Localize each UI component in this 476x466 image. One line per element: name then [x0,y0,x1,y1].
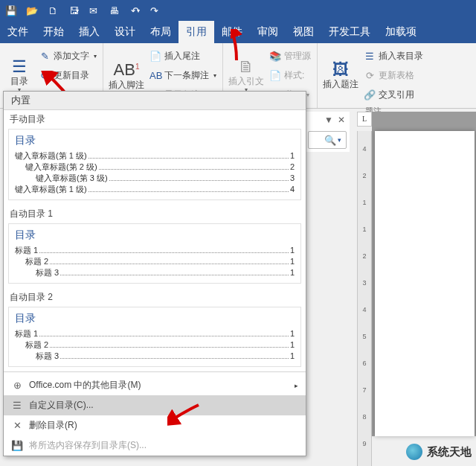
tab-视图[interactable]: 视图 [286,21,321,43]
next-footnote-icon: AB [149,70,161,81]
tab-布局[interactable]: 布局 [143,21,178,43]
divider [4,371,306,372]
cross-reference-button[interactable]: 🔗交叉引用 [362,86,425,103]
next-footnote-button[interactable]: AB下一条脚注▾ [148,67,218,83]
open-icon[interactable]: 📂 [25,4,39,17]
cross-ref-icon: 🔗 [364,89,376,100]
tab-文件[interactable]: 文件 [0,21,36,43]
tab-加载项[interactable]: 加载项 [378,21,424,43]
document-area [372,112,476,436]
nav-dropdown-icon[interactable]: ▼ [324,115,333,125]
add-text-icon: ✎ [39,51,51,62]
add-text-button[interactable]: ✎添加文字▾ [37,48,98,64]
update-icon: ⟳ [39,70,51,81]
toc-dropdown-panel: 内置 手动目录 目录键入章标题(第 1 级)1键入章标题(第 2 级)2键入章标… [3,91,306,456]
print-icon[interactable]: 🖶 [107,4,120,17]
chevron-down-icon[interactable]: ▾ [338,136,341,144]
update-table-button[interactable]: ⟳更新表格 [362,67,425,83]
preview-auto-toc-1[interactable]: 目录标题 11标题 21标题 31 [8,223,301,284]
toc-icon: ☰ [12,58,27,76]
redo-icon[interactable]: ↷ [147,4,161,17]
menu-icon: ⊕ [11,380,23,391]
chevron-down-icon[interactable]: ▾ [137,7,140,14]
tab-设计[interactable]: 设计 [107,21,143,43]
menu-item-1[interactable]: ☰自定义目录(C)... [4,395,306,415]
search-input[interactable]: 🔍 ▾ [308,131,347,149]
endnote-icon: 📄 [149,51,161,62]
preview-auto-toc-2[interactable]: 目录标题 11标题 21标题 31 [8,307,301,367]
watermark: 系统天地 [406,444,472,460]
menu-item-0[interactable]: ⊕Office.com 中的其他目录(M)▸ [4,375,306,395]
tab-引用[interactable]: 引用 [178,21,214,43]
tab-邮件[interactable]: 邮件 [214,21,250,43]
tab-审阅[interactable]: 审阅 [250,21,286,43]
tab-插入[interactable]: 插入 [71,21,107,43]
insert-caption-button[interactable]: 🖼 插入题注 [322,46,359,104]
caption-icon: 🖼 [332,61,349,79]
new-icon[interactable]: 🗋 [46,4,60,17]
menu-icon: ✕ [11,420,23,431]
insert-endnote-button[interactable]: 📄插入尾注 [148,48,218,64]
manage-sources-icon: 📚 [269,51,281,62]
save-icon[interactable]: 💾 [4,4,18,17]
globe-icon [406,444,422,460]
chevron-down-icon[interactable]: ▾ [76,7,79,14]
style-icon: 📄 [269,70,281,81]
dropdown-header: 内置 [4,92,306,110]
email-icon[interactable]: ✉ [86,4,100,17]
close-icon[interactable]: ✕ [338,115,345,125]
preview-manual-toc[interactable]: 目录键入章标题(第 1 级)1键入章标题(第 2 级)2键入章标题(第 3 级)… [8,129,301,200]
update-toc-button[interactable]: ⟳更新目录 [37,67,98,83]
ribbon-tabs: 文件开始插入设计布局引用邮件审阅视图开发工具加载项 [0,21,476,43]
search-icon: 🔍 [324,135,336,146]
tab-开始[interactable]: 开始 [36,21,71,43]
document-page[interactable] [375,131,475,436]
navigation-pane: ▼ ✕ 🔍 ▾ [305,112,350,152]
style-button[interactable]: 📄样式: [268,67,312,83]
menu-icon: ☰ [11,400,23,411]
manage-sources-button[interactable]: 📚管理源 [268,48,312,64]
ribbon-group-captions: 🖼 插入题注 ☰插入表目录 ⟳更新表格 🔗交叉引用 题注 [318,43,429,108]
menu-item-3: 💾将所选内容保存到目录库(S)... [4,435,306,456]
update-table-icon: ⟳ [364,70,376,81]
tab-开发工具[interactable]: 开发工具 [321,21,378,43]
ruler-corner[interactable]: L [357,112,372,127]
menu-item-2[interactable]: ✕删除目录(R) [4,415,306,435]
citation-icon: 🗎 [238,58,254,76]
menu-icon: 💾 [11,440,23,451]
section-auto-toc-1[interactable]: 自动目录 1 [4,205,306,223]
section-auto-toc-2[interactable]: 自动目录 2 [4,288,306,307]
section-manual-toc[interactable]: 手动目录 [4,110,306,129]
tof-icon: ☰ [364,51,376,62]
footnote-icon: AB1 [114,60,140,80]
vertical-ruler[interactable]: 42112345678910 [357,131,372,466]
quick-access-toolbar: 💾 📂 🗋 🖫▾ ✉ 🖶 ↶▾ ↷ [0,0,476,21]
insert-table-of-figures-button[interactable]: ☰插入表目录 [362,48,425,64]
